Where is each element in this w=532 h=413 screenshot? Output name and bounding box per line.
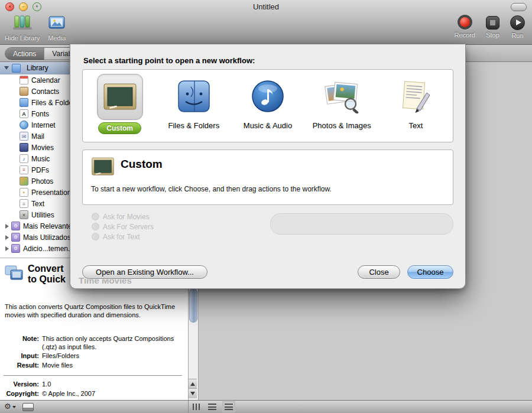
starting-point-music-audio[interactable]: Music & Audio — [231, 70, 304, 142]
automator-window: Untitled — [0, 0, 532, 413]
field-input: Input: Files/Folders — [0, 352, 184, 360]
scroll-up-button[interactable] — [189, 379, 197, 389]
detail-description: To start a new workflow, click Choose, a… — [91, 185, 332, 193]
title-bar[interactable]: Untitled — [0, 0, 532, 13]
new-workflow-sheet: Select a starting point to open a new wo… — [70, 44, 466, 289]
chevron-down-icon — [12, 406, 16, 408]
stop-button[interactable]: Stop — [486, 15, 499, 39]
workflow-drop-area-ghost — [270, 213, 453, 235]
utilities-icon — [20, 210, 28, 219]
disclosure-triangle-icon[interactable] — [4, 66, 9, 70]
scrollbar-thumb[interactable] — [189, 288, 197, 323]
library-folder-icon — [12, 64, 21, 73]
dimmed-action-item: Ask for Text — [92, 232, 154, 242]
library-icon — [12, 15, 33, 32]
starting-point-custom[interactable]: Custom — [83, 70, 157, 142]
presentations-icon — [20, 188, 28, 197]
smart-folder-icon — [11, 222, 20, 230]
action-title-line-1: Convert — [28, 264, 66, 274]
toolbar-right: Record Stop Run — [455, 15, 525, 39]
description-panel-toggle-button[interactable] — [22, 403, 34, 411]
columns-view-button[interactable] — [193, 404, 201, 410]
stop-icon — [486, 16, 499, 30]
starting-point-label: Photos & Images — [313, 121, 371, 130]
starting-point-detail: Custom To start a new workflow, click Ch… — [82, 149, 453, 205]
action-icon — [92, 233, 99, 240]
contacts-icon — [20, 87, 28, 96]
disclosure-triangle-icon[interactable] — [5, 224, 9, 229]
toolbar-toggle-button[interactable] — [511, 3, 527, 11]
field-version: Version: 1.0 — [0, 380, 184, 388]
text-icon — [20, 199, 28, 208]
fonts-icon — [20, 109, 28, 118]
dimmed-action-item: Ask For Servers — [92, 222, 154, 232]
media-icon — [48, 15, 66, 32]
photos-images-icon — [319, 74, 364, 119]
custom-icon — [97, 74, 143, 120]
hide-library-button[interactable]: Hide Library — [5, 15, 40, 41]
divider — [4, 375, 182, 376]
starting-point-text[interactable]: Text — [379, 70, 453, 142]
close-button[interactable]: Close — [358, 265, 400, 279]
list-view-button[interactable] — [208, 404, 216, 410]
pdfs-icon — [20, 165, 28, 174]
window-title: Untitled — [0, 2, 532, 11]
tab-actions[interactable]: Actions — [5, 48, 44, 60]
choose-button[interactable]: Choose — [407, 265, 453, 279]
hide-library-label: Hide Library — [5, 34, 40, 41]
sheet-prompt: Select a starting point to open a new wo… — [83, 56, 255, 65]
toolbar-left: Hide Library Media — [5, 15, 66, 41]
disclosure-triangle-icon[interactable] — [5, 246, 9, 251]
status-bar — [0, 400, 532, 413]
smart-folder-icon — [11, 233, 20, 242]
music-audio-icon — [245, 74, 290, 119]
run-button[interactable]: Run — [510, 15, 525, 39]
custom-icon-small — [91, 157, 115, 179]
library-label: Library — [27, 64, 48, 72]
action-title-block: Convert to Quick — [5, 264, 66, 285]
action-icon — [92, 213, 99, 220]
media-button[interactable]: Media — [48, 15, 66, 41]
internet-icon — [20, 121, 28, 129]
action-title-line-2: to Quick — [28, 274, 66, 285]
starting-points-list: Custom Files & Folders — [82, 69, 453, 142]
folder-icon — [20, 98, 28, 107]
music-icon — [20, 154, 28, 163]
smart-folder-icon — [11, 244, 20, 253]
movies-icon — [20, 143, 28, 152]
starting-point-photos-images[interactable]: Photos & Images — [305, 70, 379, 142]
window-chrome: Untitled — [0, 0, 532, 45]
dimmed-action-list: Ask for Movies Ask For Servers Ask for T… — [92, 212, 154, 242]
open-existing-workflow-button[interactable]: Open an Existing Workflow... — [82, 265, 207, 279]
action-description-text: This action converts Quartz Composition … — [5, 303, 183, 319]
photos-icon — [20, 177, 28, 186]
finder-icon — [171, 74, 216, 119]
record-button[interactable]: Record — [455, 15, 475, 39]
gear-menu-button[interactable] — [4, 402, 16, 411]
action-meta: Version: 1.0 Copyright: © Apple Inc., 20… — [0, 380, 184, 399]
mail-icon — [20, 132, 28, 141]
detail-title: Custom — [121, 158, 163, 171]
down-arrow-icon — [190, 392, 195, 395]
scroll-down-button[interactable] — [189, 388, 197, 398]
field-result: Result: Movie files — [0, 362, 184, 370]
run-label: Run — [511, 32, 523, 39]
field-copyright: Copyright: © Apple Inc., 2007 — [0, 389, 184, 398]
media-label: Media — [48, 34, 66, 41]
action-icon — [92, 223, 99, 230]
disclosure-triangle-icon[interactable] — [5, 235, 9, 240]
dimmed-action-item: Ask for Movies — [92, 212, 154, 222]
action-fields: Note: This action only accepts Quartz Co… — [0, 335, 184, 370]
divider — [188, 401, 189, 413]
starting-point-label: Files & Folders — [168, 121, 219, 130]
starting-point-label: Music & Audio — [244, 121, 292, 130]
starting-point-files-folders[interactable]: Files & Folders — [157, 70, 231, 142]
record-icon — [458, 15, 472, 30]
text-document-icon — [393, 74, 438, 119]
calendar-icon — [20, 76, 28, 84]
detail-view-button[interactable] — [225, 404, 233, 410]
quartz-action-icon — [5, 264, 24, 284]
record-label: Record — [455, 31, 475, 38]
run-icon — [510, 15, 525, 30]
starting-point-label: Custom — [98, 122, 141, 134]
